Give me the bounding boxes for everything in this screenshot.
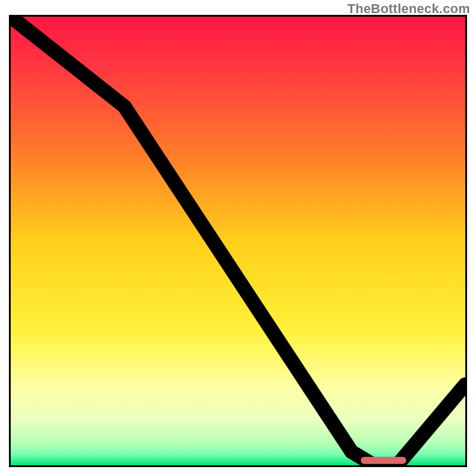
optimal-marker [361,457,406,464]
chart-container: TheBottleneck.com [0,0,476,476]
watermark-text: TheBottleneck.com [347,1,470,17]
plot-area [9,15,467,467]
bottleneck-curve [11,17,465,465]
bottleneck-curve-layer [11,17,465,465]
